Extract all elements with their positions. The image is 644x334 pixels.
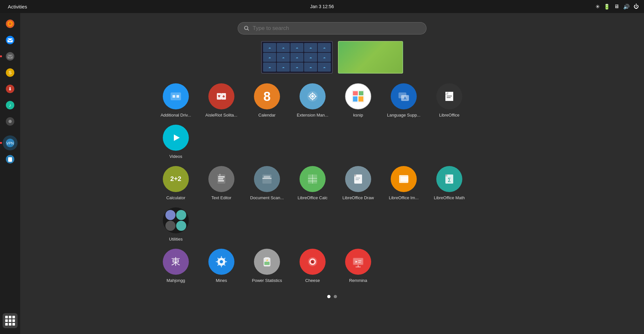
remmina-label: Remmina xyxy=(349,278,367,284)
app-extension-manager[interactable]: Extension Man... xyxy=(290,83,335,118)
utilities-icon xyxy=(163,207,189,233)
app-text-editor[interactable]: Text Editor xyxy=(199,166,244,201)
app-libreoffice-impress[interactable]: LibreOffice Im... xyxy=(381,166,427,201)
app-language-support[interactable]: A Language Supp... xyxy=(381,83,427,118)
aisleriot-icon: ♥ ♠ xyxy=(208,83,234,109)
search-bar[interactable] xyxy=(238,22,427,35)
app-mines[interactable]: Mines xyxy=(199,249,244,284)
svg-rect-39 xyxy=(447,96,452,96)
app-utilities[interactable]: Utilities xyxy=(153,207,199,242)
screen-icon[interactable]: 🖥 xyxy=(614,4,619,9)
datetime-display: Jan 3 12:56 xyxy=(310,4,334,9)
svg-rect-48 xyxy=(264,176,270,178)
app-videos[interactable]: Videos xyxy=(153,125,199,160)
cheese-label: Cheese xyxy=(305,278,320,284)
dock-item-vpn[interactable]: VPN xyxy=(3,135,18,150)
util-mini-2 xyxy=(176,210,186,220)
volume-icon[interactable]: 🔊 xyxy=(623,4,630,10)
power-icon[interactable]: ⏻ xyxy=(634,4,639,9)
calculator-label: Calculator xyxy=(166,195,186,201)
show-apps-button[interactable] xyxy=(3,313,18,328)
app-mahjongg[interactable]: 東 Mahjongg xyxy=(153,249,199,284)
window-preview-1[interactable] xyxy=(261,41,333,74)
app-remmina[interactable]: Remmina xyxy=(335,249,381,284)
dock-item-snap[interactable]: S xyxy=(3,65,18,80)
document-scanner-icon xyxy=(254,166,280,192)
search-input[interactable] xyxy=(253,25,420,32)
calendar-icon: 8 xyxy=(254,83,280,109)
svg-rect-29 xyxy=(353,91,358,96)
additional-drivers-icon xyxy=(163,83,189,109)
app-calculator[interactable]: 2+2 Calculator xyxy=(153,166,199,201)
preview-cell xyxy=(290,53,303,62)
videos-icon xyxy=(163,125,189,151)
main-area: Additional Driv... ♥ ♠ AisleRiot Solita.… xyxy=(20,13,644,334)
preview-cell xyxy=(277,63,290,72)
dock-item-thunderbird[interactable] xyxy=(3,33,18,48)
dock-item-music[interactable]: ♪ xyxy=(3,98,18,113)
window-preview-2[interactable] xyxy=(338,41,403,74)
svg-rect-76 xyxy=(356,267,361,267)
calculator-icon: 2+2 xyxy=(163,166,189,192)
libreoffice-impress-icon xyxy=(391,166,417,192)
aisleriot-label: AisleRiot Solita... xyxy=(205,113,237,118)
preview-cell xyxy=(304,53,317,62)
top-bar: Activities Jan 3 12:56 ✳ 🔋 🖥 🔊 ⏻ xyxy=(0,0,644,13)
apps-row-1: Additional Driv... ♥ ♠ AisleRiot Solita.… xyxy=(153,83,511,160)
svg-rect-54 xyxy=(356,178,360,178)
svg-point-71 xyxy=(312,261,314,263)
preview-cell xyxy=(263,53,276,62)
dock-item-copyq[interactable] xyxy=(3,152,18,167)
app-libreoffice[interactable]: LibreOffice xyxy=(427,83,472,118)
svg-rect-43 xyxy=(218,176,225,177)
svg-text:♠: ♠ xyxy=(222,93,225,99)
app-libreoffice-draw[interactable]: LibreOffice Draw xyxy=(335,166,381,201)
svg-rect-4 xyxy=(7,38,13,42)
extension-manager-icon xyxy=(300,83,326,109)
libreoffice-math-icon: ∑ xyxy=(436,166,462,192)
battery-icon[interactable]: 🔋 xyxy=(604,4,610,10)
svg-rect-58 xyxy=(400,176,408,182)
dock-item-email[interactable] xyxy=(3,49,18,64)
app-libreoffice-math[interactable]: ∑ LibreOffice Math xyxy=(427,166,472,201)
libreoffice-impress-label: LibreOffice Im... xyxy=(389,195,419,201)
libreoffice-calc-label: LibreOffice Calc xyxy=(298,195,328,201)
extensions-icon[interactable]: ✳ xyxy=(595,4,600,10)
dock-item-copy[interactable]: ⬇ xyxy=(3,81,18,96)
app-calendar[interactable]: 8 Calendar xyxy=(244,83,290,118)
document-scanner-label: Document Scan... xyxy=(250,195,284,201)
util-mini-3 xyxy=(165,221,175,231)
page-dot-1[interactable] xyxy=(327,295,330,298)
svg-line-20 xyxy=(247,29,249,30)
dock-item-settings[interactable] xyxy=(3,114,18,129)
svg-marker-41 xyxy=(174,134,180,141)
app-document-scanner[interactable]: Document Scan... xyxy=(244,166,290,201)
svg-text:VPN: VPN xyxy=(7,141,14,145)
svg-rect-6 xyxy=(7,55,13,59)
search-container xyxy=(238,22,427,35)
preview-cell xyxy=(304,43,317,52)
svg-rect-46 xyxy=(219,174,220,176)
app-cheese[interactable]: Cheese xyxy=(290,249,335,284)
ksnip-icon xyxy=(345,83,371,109)
app-libreoffice-calc[interactable]: LibreOffice Calc xyxy=(290,166,335,201)
svg-rect-55 xyxy=(356,179,359,180)
page-dot-2[interactable] xyxy=(334,295,337,298)
dock-item-firefox[interactable] xyxy=(3,16,18,31)
svg-rect-74 xyxy=(354,258,363,264)
preview-cell xyxy=(263,43,276,52)
app-aisleriot[interactable]: ♥ ♠ AisleRiot Solita... xyxy=(199,83,244,118)
app-additional-drivers[interactable]: Additional Driv... xyxy=(153,83,199,118)
grid-icon xyxy=(5,316,15,326)
activities-button[interactable]: Activities xyxy=(5,3,30,11)
app-power-statistics[interactable]: ⚡ Power Statistics xyxy=(244,249,290,284)
language-support-icon: A xyxy=(391,83,417,109)
svg-point-14 xyxy=(8,120,12,123)
top-bar-left: Activities xyxy=(5,3,30,11)
libreoffice-draw-label: LibreOffice Draw xyxy=(343,195,374,201)
app-ksnip[interactable]: ksnip xyxy=(335,83,381,118)
svg-text:∑: ∑ xyxy=(448,177,451,182)
dock-bottom xyxy=(3,313,18,331)
svg-rect-78 xyxy=(358,262,361,263)
remmina-icon xyxy=(345,249,371,275)
